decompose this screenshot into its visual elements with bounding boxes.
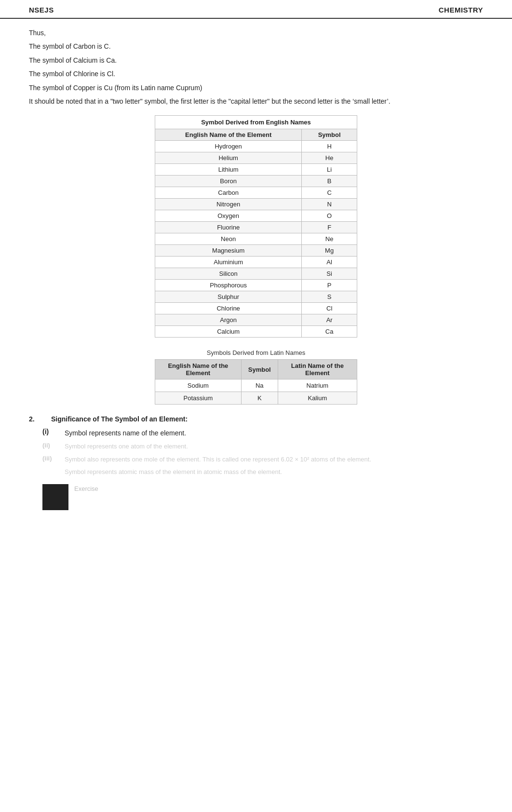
- subsection-iv: Symbol represents atomic mass of the ele…: [29, 467, 483, 477]
- table-row: Al: [302, 257, 357, 268]
- subsection-iii-text: Symbol also represents one mole of the e…: [65, 455, 371, 465]
- table-row: C: [302, 187, 357, 199]
- latin-col3: Latin Name of the Element: [278, 360, 357, 379]
- table-row: Argon: [155, 314, 302, 326]
- section-2-number: 2.: [29, 415, 42, 423]
- intro-line-1: Thus,: [29, 27, 483, 38]
- table-row: Fluorine: [155, 222, 302, 233]
- bottom-area: Exercise: [29, 484, 483, 510]
- latin-section: Symbols Derived from Latin Names English…: [155, 349, 357, 405]
- intro-line-6: It should be noted that in a "two letter…: [29, 96, 483, 107]
- table-row: Nitrogen: [155, 199, 302, 210]
- table-english-title: Symbol Derived from English Names: [155, 116, 357, 129]
- section-2-heading: Significance of The Symbol of an Element…: [51, 415, 188, 423]
- page-header: NSEJS CHEMISTRY: [0, 0, 512, 19]
- latin-col1: English Name of the Element: [155, 360, 242, 379]
- table-row: Oxygen: [155, 210, 302, 222]
- table-latin-names: English Name of the Element Symbol Latin…: [155, 359, 357, 405]
- intro-line-2: The symbol of Carbon is C.: [29, 41, 483, 52]
- table-row: P: [302, 280, 357, 291]
- table-row: Silicon: [155, 268, 302, 280]
- page-content: Thus, The symbol of Carbon is C. The sym…: [0, 27, 512, 510]
- table-row: Helium: [155, 152, 302, 164]
- table-english-col2: Symbol: [302, 129, 357, 141]
- header-left-label: NSEJS: [29, 6, 54, 14]
- bottom-exercise-text: Exercise: [74, 484, 483, 494]
- table-row: O: [302, 210, 357, 222]
- subsection-iii: (iii) Symbol also represents one mole of…: [29, 455, 483, 465]
- section-2: 2. Significance of The Symbol of an Elem…: [29, 415, 483, 510]
- subsection-iv-text: Symbol represents atomic mass of the ele…: [65, 467, 282, 477]
- table-row: N: [302, 199, 357, 210]
- table-row: Lithium: [155, 164, 302, 176]
- subsection-i-text: Symbol represents name of the element.: [65, 428, 186, 438]
- latin-col2: Symbol: [241, 360, 278, 379]
- intro-line-4: The symbol of Chlorine is Cl.: [29, 68, 483, 79]
- table-row: Aluminium: [155, 257, 302, 268]
- table-row: Calcium: [155, 326, 302, 338]
- table-row: S: [302, 291, 357, 303]
- page-container: NSEJS CHEMISTRY Thus, The symbol of Carb…: [0, 0, 512, 812]
- subsection-ii-num: (ii): [42, 442, 56, 452]
- table-english-names: Symbol Derived from English Names Englis…: [155, 115, 357, 338]
- header-right-label: CHEMISTRY: [439, 6, 483, 14]
- subsection-iii-num: (iii): [42, 455, 56, 465]
- table-row: Ca: [302, 326, 357, 338]
- table-row: Ar: [302, 314, 357, 326]
- table-row: H: [302, 141, 357, 152]
- intro-text: Thus, The symbol of Carbon is C. The sym…: [29, 27, 483, 107]
- table-row: Li: [302, 164, 357, 176]
- table-row: Ne: [302, 233, 357, 245]
- table-row: Natrium: [278, 379, 357, 392]
- latin-section-title: Symbols Derived from Latin Names: [155, 349, 357, 356]
- table-english-col1: English Name of the Element: [155, 129, 302, 141]
- table-row: F: [302, 222, 357, 233]
- subsection-ii: (ii) Symbol represents one atom of the e…: [29, 442, 483, 452]
- table-row: Si: [302, 268, 357, 280]
- table-row: Chlorine: [155, 303, 302, 314]
- table-row: Sulphur: [155, 291, 302, 303]
- table-row: Hydrogen: [155, 141, 302, 152]
- table-row: Na: [241, 379, 278, 392]
- section-2-title-row: 2. Significance of The Symbol of an Elem…: [29, 415, 483, 423]
- table-row: Neon: [155, 233, 302, 245]
- table-row: Potassium: [155, 392, 242, 405]
- table-row: Carbon: [155, 187, 302, 199]
- table-row: Kalium: [278, 392, 357, 405]
- table-row: Boron: [155, 176, 302, 187]
- table-row: He: [302, 152, 357, 164]
- subsection-ii-text: Symbol represents one atom of the elemen…: [65, 442, 188, 452]
- tables-area: Symbol Derived from English Names Englis…: [29, 115, 483, 405]
- table-row: Phosphorous: [155, 280, 302, 291]
- black-box-icon: [42, 484, 68, 510]
- table-row: Magnesium: [155, 245, 302, 257]
- table-row: K: [241, 392, 278, 405]
- subsection-i-num: (i): [42, 428, 56, 438]
- table-row: B: [302, 176, 357, 187]
- intro-line-3: The symbol of Calcium is Ca.: [29, 55, 483, 66]
- subsection-i: (i) Symbol represents name of the elemen…: [29, 428, 483, 438]
- table-row: Sodium: [155, 379, 242, 392]
- intro-line-5: The symbol of Copper is Cu (from its Lat…: [29, 82, 483, 93]
- table-row: Cl: [302, 303, 357, 314]
- subsection-iv-num: [42, 467, 56, 477]
- table-row: Mg: [302, 245, 357, 257]
